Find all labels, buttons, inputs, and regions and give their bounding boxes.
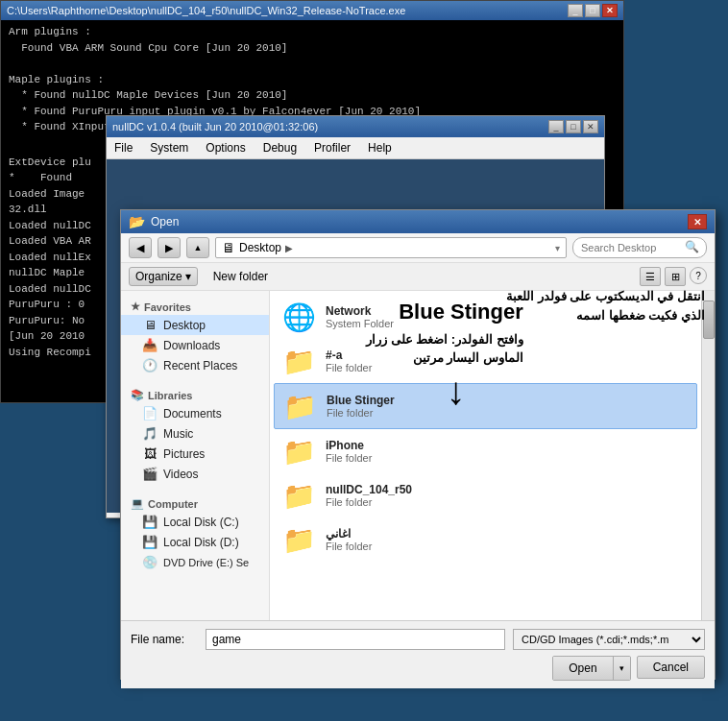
sidebar-item-local-c[interactable]: 💾 Local Disk (C:) [121,512,269,532]
help-btn[interactable]: ? [690,267,707,284]
file-type-blue-stinger: File folder [327,407,395,419]
dialog-titlebar: 📂 Open ✕ [121,210,715,233]
file-item-aghani[interactable]: 📁 اغاني File folder [274,517,697,562]
sidebar-local-c-label: Local Disk (C:) [163,516,239,529]
videos-icon: 🎬 [142,467,158,481]
file-item-network[interactable]: 🌐 Network System Folder [274,295,697,339]
menu-profiler[interactable]: Profiler [310,139,354,156]
back-btn[interactable]: ◀ [129,237,152,258]
terminal-line: * Found nullDC Maple Devices [Jun 20 201… [9,87,616,104]
favorites-header: ★ Favorites [121,295,269,315]
filename-row: File name: CD/GD Images (*.cdi;*.mds;*.m [131,629,705,650]
file-name-blue-stinger: Blue Stinger [327,394,395,407]
file-type-iphone: File folder [326,452,372,464]
file-name-a: #-a [326,348,372,362]
filetype-select[interactable]: CD/GD Images (*.cdi;*.mds;*.m [513,629,705,650]
dvd-drive-icon: 💿 [142,555,158,569]
view-details-btn[interactable]: ⊞ [665,267,686,286]
sidebar-recent-label: Recent Places [163,359,237,373]
filelist-container: 🌐 Network System Folder 📁 #-a File folde… [270,291,715,620]
file-item-nulldc[interactable]: 📁 nullDC_104_r50 File folder [274,473,697,517]
forward-btn[interactable]: ▶ [158,237,181,258]
dialog-close-btn[interactable]: ✕ [688,214,707,229]
address-bar[interactable]: 🖥 Desktop ▶ ▾ [215,237,567,258]
new-folder-btn[interactable]: New folder [206,268,276,285]
dialog-toolbar: ◀ ▶ ▲ 🖥 Desktop ▶ ▾ 🔍 [121,233,715,263]
folder-iphone-icon: 📁 [281,434,316,469]
sidebar-downloads-label: Downloads [163,339,220,352]
menu-system[interactable]: System [146,139,192,156]
up-btn[interactable]: ▲ [186,237,209,258]
view-toggle-btn[interactable]: ☰ [640,267,661,286]
dialog-actions: Open ▾ Cancel [131,656,705,681]
sidebar-item-recent-places[interactable]: 🕐 Recent Places [121,355,269,375]
sidebar-item-desktop[interactable]: 🖥 Desktop [121,315,269,335]
menu-file[interactable]: File [110,139,136,156]
sidebar-item-documents[interactable]: 📄 Documents [121,403,269,423]
dialog-title: Open [151,215,179,228]
dialog-sidebar: ★ Favorites 🖥 Desktop 📥 Downloads 🕐 Rece… [121,291,270,620]
terminal-maximize-btn[interactable]: □ [585,4,600,17]
organize-label: Organize [135,270,182,283]
dialog-bottom: File name: CD/GD Images (*.cdi;*.mds;*.m… [121,620,715,688]
local-disk-d-icon: 💾 [142,535,158,549]
file-type-a: File folder [326,362,372,373]
sidebar-item-dvd-e[interactable]: 💿 DVD Drive (E:) Se [121,552,269,572]
organize-btn[interactable]: Organize ▾ [129,267,198,286]
terminal-line: Arm plugins : [9,24,616,40]
nulldc-close-btn[interactable]: ✕ [583,120,598,133]
folder-aghani-icon: 📁 [281,522,316,557]
sidebar-pictures-label: Pictures [163,447,205,461]
terminal-line: Found VBA ARM Sound Cpu Core [Jun 20 201… [9,40,616,57]
file-type-aghani: File folder [326,541,372,552]
file-item-iphone[interactable]: 📁 iPhone File folder [274,429,697,473]
file-type-network: System Folder [326,318,394,329]
sidebar-item-downloads[interactable]: 📥 Downloads [121,335,269,355]
nulldc-controls: _ □ ✕ [548,120,598,133]
sidebar-videos-label: Videos [163,468,198,481]
sidebar-item-local-d[interactable]: 💾 Local Disk (D:) [121,532,269,552]
open-btn[interactable]: Open [553,657,612,680]
scrollbar-thumb[interactable] [703,300,715,339]
address-chevron-icon: ▶ [285,243,293,253]
sidebar-item-videos[interactable]: 🎬 Videos [121,464,269,484]
downloads-icon: 📥 [142,338,158,352]
nulldc-maximize-btn[interactable]: □ [566,120,581,133]
file-item-a[interactable]: 📁 #-a File folder [274,339,697,383]
file-item-blue-stinger[interactable]: 📁 Blue Stinger File folder [274,383,697,429]
sidebar-item-pictures[interactable]: 🖼 Pictures [121,444,269,464]
dialog-body: ★ Favorites 🖥 Desktop 📥 Downloads 🕐 Rece… [121,291,715,620]
sidebar-desktop-label: Desktop [163,319,206,332]
folder-nulldc-icon: 📁 [281,478,316,513]
open-dialog: 📂 Open ✕ ◀ ▶ ▲ 🖥 Desktop ▶ ▾ 🔍 Organize … [120,209,716,680]
address-dropdown-icon[interactable]: ▾ [555,243,560,253]
file-name-network: Network [326,304,394,318]
filename-input[interactable] [206,629,505,650]
local-disk-c-icon: 💾 [142,515,158,529]
music-icon: 🎵 [142,426,158,441]
dialog-organize-toolbar: Organize ▾ New folder ☰ ⊞ ? [121,263,715,291]
filelist-scrollbar[interactable] [701,291,715,620]
menu-options[interactable]: Options [202,139,249,156]
menu-help[interactable]: Help [364,139,396,156]
open-btn-group: Open ▾ [552,656,630,681]
address-text: Desktop [239,241,281,254]
sidebar-item-music[interactable]: 🎵 Music [121,423,269,444]
terminal-minimize-btn[interactable]: _ [568,4,583,17]
desktop-icon: 🖥 [142,318,158,332]
open-dropdown-btn[interactable]: ▾ [613,657,630,680]
file-type-nulldc: File folder [326,496,412,508]
computer-header: 💻 Computer [121,492,269,512]
cancel-btn[interactable]: Cancel [637,656,705,679]
nulldc-titlebar: nullDC v1.0.4 (built Jun 20 2010@01:32:0… [107,116,604,137]
file-info-nulldc: nullDC_104_r50 File folder [326,483,412,508]
pictures-icon: 🖼 [142,446,158,461]
file-info-blue-stinger: Blue Stinger File folder [327,394,395,419]
nulldc-minimize-btn[interactable]: _ [548,120,564,133]
dialog-controls: ✕ [688,214,707,229]
file-name-nulldc: nullDC_104_r50 [326,483,412,496]
folder-a-icon: 📁 [281,344,316,378]
file-info-aghani: اغاني File folder [326,527,372,552]
menu-debug[interactable]: Debug [259,139,301,156]
terminal-close-btn[interactable]: ✕ [602,4,618,17]
